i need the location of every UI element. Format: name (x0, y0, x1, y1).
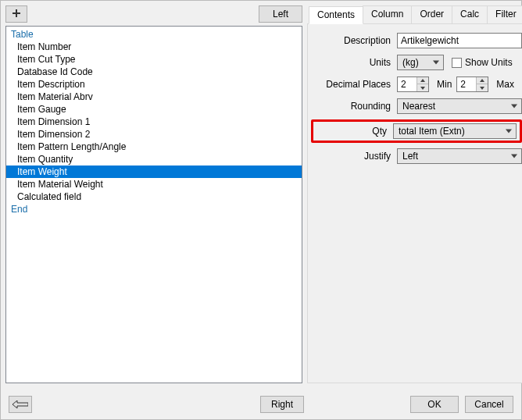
list-item[interactable]: Item Number (6, 41, 302, 53)
tab-column[interactable]: Column (363, 5, 412, 23)
qty-label: Qty (316, 126, 393, 137)
units-label: Units (314, 57, 397, 68)
list-item[interactable]: Item Dimension 1 (6, 116, 302, 128)
list-item[interactable]: Item Weight (6, 166, 302, 178)
arrow-left-icon (13, 400, 28, 408)
cancel-button[interactable]: Cancel (465, 396, 513, 413)
plus-icon (11, 9, 22, 20)
tab-calc[interactable]: Calc (452, 5, 488, 23)
justify-select[interactable]: Left (397, 148, 522, 164)
list-item[interactable]: Calculated field (6, 190, 302, 203)
contents-tab-pane: Description Units (kg) Show Units Decima… (307, 24, 522, 383)
add-button[interactable] (5, 5, 27, 23)
list-header-end: End (6, 203, 302, 215)
justify-label: Justify (314, 151, 397, 162)
list-item[interactable]: Database Id Code (6, 66, 302, 78)
decimal-spinner[interactable] (397, 77, 429, 92)
show-units-checkbox[interactable]: Show Units (452, 57, 513, 68)
units-select[interactable]: (kg) (397, 55, 444, 70)
spinner-up-icon[interactable] (477, 77, 488, 84)
rounding-label: Rounding (314, 101, 397, 112)
qty-select[interactable]: total Item (Extn) (393, 123, 517, 139)
list-item[interactable]: Item Pattern Length/Angle (6, 141, 302, 153)
back-button[interactable] (9, 396, 32, 413)
ok-button[interactable]: OK (410, 396, 459, 413)
checkbox-box (452, 58, 462, 68)
decimal-input[interactable] (398, 77, 417, 91)
list-item[interactable]: Item Material Abrv (6, 91, 302, 103)
left-panel: Left Table Item NumberItem Cut TypeDatab… (5, 5, 302, 383)
list-item[interactable]: Item Quantity (6, 153, 302, 166)
min-spinner[interactable] (456, 77, 488, 92)
list-item[interactable]: Item Description (6, 78, 302, 91)
max-label: Max (496, 79, 514, 90)
list-item[interactable]: Item Material Weight (6, 178, 302, 190)
spinner-down-icon[interactable] (477, 84, 488, 91)
list-item[interactable]: Item Dimension 2 (6, 128, 302, 141)
move-left-button[interactable]: Left (259, 5, 302, 23)
min-label: Min (437, 79, 452, 90)
show-units-label: Show Units (465, 57, 513, 68)
list-header-table: Table (6, 28, 302, 41)
qty-highlight: Qty total Item (Extn) (311, 119, 522, 143)
move-right-button[interactable]: Right (260, 396, 304, 413)
tab-bar: ContentsColumnOrderCalcFilter (307, 5, 522, 24)
description-label: Description (314, 35, 397, 46)
decimal-label: Decimal Places (314, 79, 397, 90)
spinner-up-icon[interactable] (417, 77, 428, 84)
rounding-select[interactable]: Nearest (397, 98, 522, 114)
dialog-window: Left Table Item NumberItem Cut TypeDatab… (0, 0, 522, 420)
bottom-bar: Right OK Cancel (1, 390, 521, 419)
right-panel: ContentsColumnOrderCalcFilter Descriptio… (307, 5, 522, 383)
spinner-down-icon[interactable] (417, 84, 428, 91)
fields-list[interactable]: Table Item NumberItem Cut TypeDatabase I… (5, 26, 302, 383)
tab-contents[interactable]: Contents (309, 6, 363, 24)
tab-order[interactable]: Order (411, 5, 452, 23)
tab-filter[interactable]: Filter (487, 5, 522, 23)
list-item[interactable]: Item Gauge (6, 103, 302, 116)
list-item[interactable]: Item Cut Type (6, 53, 302, 66)
min-input[interactable] (457, 77, 476, 91)
description-input[interactable] (397, 33, 522, 48)
